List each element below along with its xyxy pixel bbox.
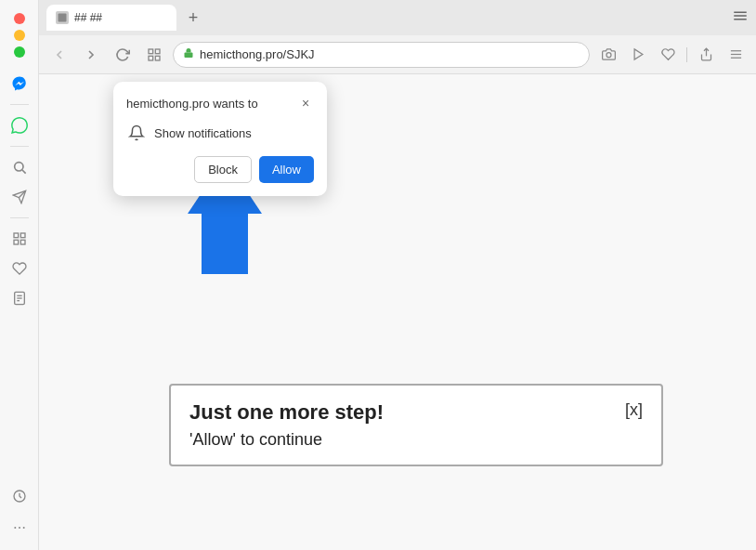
svg-point-13 (14, 527, 16, 529)
lock-icon (183, 47, 194, 61)
svg-rect-17 (149, 49, 153, 54)
popup-title: hemicthong.pro wants to (126, 97, 258, 111)
sidebar-bottom (7, 483, 33, 541)
permission-text: Show notifications (154, 126, 252, 140)
messenger-icon[interactable] (7, 71, 33, 97)
svg-rect-18 (155, 49, 160, 54)
play-icon[interactable] (625, 42, 651, 68)
svg-rect-4 (14, 233, 19, 238)
popup-header: hemicthong.pro wants to × (126, 95, 314, 111)
grid-view-button[interactable] (141, 42, 167, 68)
camera-icon[interactable] (595, 42, 621, 68)
apps-icon[interactable] (7, 226, 33, 252)
heart-icon[interactable] (7, 255, 33, 282)
traffic-light-yellow[interactable] (14, 30, 25, 41)
info-box-close-button[interactable]: [x] (625, 400, 643, 420)
page-content: hemicthong.pro wants to × Show notificat… (39, 74, 756, 550)
svg-rect-7 (20, 240, 25, 244)
heart-nav-icon[interactable] (655, 42, 681, 68)
refresh-button[interactable] (110, 42, 136, 68)
svg-line-1 (22, 170, 26, 174)
nav-right-icons (595, 42, 749, 68)
svg-point-15 (22, 527, 24, 529)
browser-area: ## ## + hemicthong.pro/SJKJ (39, 0, 756, 550)
block-button[interactable]: Block (194, 156, 252, 183)
info-box-header: Just one more step! [x] (189, 400, 643, 425)
popup-actions: Block Allow (126, 156, 314, 183)
svg-point-22 (606, 53, 611, 58)
address-bar[interactable]: hemicthong.pro/SJKJ (173, 42, 590, 68)
svg-rect-19 (149, 56, 153, 60)
back-button[interactable] (46, 42, 72, 68)
whatsapp-icon[interactable] (7, 112, 33, 138)
sidebar-divider-1 (10, 104, 29, 105)
allow-button[interactable]: Allow (259, 156, 314, 183)
active-tab[interactable]: ## ## (46, 5, 176, 31)
traffic-lights (14, 13, 25, 58)
sidebar-divider-3 (10, 217, 29, 218)
nav-settings-icon[interactable] (723, 42, 749, 68)
svg-rect-6 (14, 240, 19, 244)
clock-icon[interactable] (7, 483, 33, 509)
tab-bar-menu-icon[interactable] (732, 7, 749, 28)
arrow-body (202, 214, 248, 274)
document-icon[interactable] (7, 285, 33, 311)
svg-rect-20 (155, 56, 160, 60)
search-icon[interactable] (7, 154, 33, 180)
url-text: hemicthong.pro/SJKJ (200, 47, 315, 61)
info-box-title: Just one more step! (189, 400, 384, 425)
new-tab-button[interactable]: + (180, 5, 206, 31)
share-icon[interactable] (693, 42, 719, 68)
notification-popup: hemicthong.pro wants to × Show notificat… (113, 82, 327, 196)
tab-bar: ## ## + (39, 0, 756, 35)
svg-point-0 (14, 163, 22, 171)
traffic-light-green[interactable] (14, 46, 25, 58)
tab-favicon (56, 11, 69, 24)
nav-divider (686, 47, 687, 62)
tab-title: ## ## (74, 11, 167, 24)
nav-bar: hemicthong.pro/SJKJ (39, 35, 756, 74)
info-box: Just one more step! [x] 'Allow' to conti… (169, 384, 663, 466)
notification-bell-icon (126, 123, 147, 143)
svg-marker-23 (634, 49, 643, 59)
forward-button[interactable] (78, 42, 104, 68)
svg-rect-16 (59, 14, 67, 22)
svg-rect-5 (20, 233, 25, 238)
sidebar-divider-2 (10, 146, 29, 147)
svg-rect-21 (185, 53, 193, 59)
popup-permission-row: Show notifications (126, 123, 314, 143)
popup-close-button[interactable]: × (297, 95, 314, 111)
info-box-body: 'Allow' to continue (189, 430, 643, 450)
svg-point-14 (19, 527, 20, 529)
sidebar (0, 0, 39, 550)
traffic-light-red[interactable] (14, 13, 25, 24)
more-dots-icon[interactable] (7, 515, 33, 541)
send-icon[interactable] (7, 184, 33, 210)
